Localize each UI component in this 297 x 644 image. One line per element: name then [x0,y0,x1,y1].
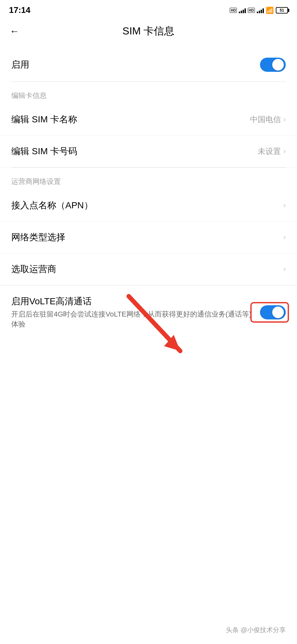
sim-number-value: 未设置 [258,146,281,156]
volte-row[interactable]: 启用VoLTE高清通话 开启后在驻留4G时会尝试连接VoLTE网络，从而获得更好… [0,285,297,339]
carrier-row[interactable]: 选取运营商 › [0,253,297,285]
carrier-chevron: › [283,265,286,273]
network-type-row[interactable]: 网络类型选择 › [0,222,297,253]
enable-label: 启用 [11,59,29,71]
edit-section-label: 编辑卡信息 [0,82,297,104]
signal-bars-1 [239,7,246,13]
status-icons: HD HD 📶 51 [230,6,288,14]
sim-name-row[interactable]: 编辑 SIM 卡名称 中国电信 › [0,104,297,136]
hd-badge-2: HD [248,8,255,13]
sim-number-row[interactable]: 编辑 SIM 卡号码 未设置 › [0,136,297,167]
battery-indicator: 51 [276,7,288,14]
volte-title: 启用VoLTE高清通话 [11,295,254,308]
footer-watermark: 头条 @小俊技术分享 [226,626,286,634]
signal-bars-2 [257,7,264,13]
sim-number-title: 编辑 SIM 卡号码 [11,145,251,157]
volte-subtitle: 开启后在驻留4G时会尝试连接VoLTE网络，从而获得更好的通信业务(通话等)体验 [11,309,254,329]
sim-number-chevron: › [283,147,286,156]
hd-badge-1: HD [230,8,237,13]
volte-toggle-wrapper [254,305,286,319]
status-bar: 17:14 HD HD 📶 51 [0,0,297,18]
network-section-label: 运营商网络设置 [0,168,297,190]
enable-row[interactable]: 启用 [0,48,297,81]
sim-name-title: 编辑 SIM 卡名称 [11,113,244,126]
main-content: 启用 编辑卡信息 编辑 SIM 卡名称 中国电信 › 编辑 SIM 卡号码 未设… [0,48,297,339]
back-button[interactable]: ← [10,26,19,37]
wifi-icon: 📶 [266,6,274,14]
nav-header: ← SIM 卡信息 [0,18,297,45]
volte-toggle[interactable] [260,305,286,319]
network-type-title: 网络类型选择 [11,231,277,243]
apn-row[interactable]: 接入点名称（APN） › [0,190,297,222]
enable-toggle[interactable] [260,58,286,72]
network-type-chevron: › [283,233,286,242]
volte-toggle-thumb [272,307,284,318]
sim-name-value: 中国电信 [250,114,281,125]
apn-title: 接入点名称（APN） [11,199,277,212]
page-title: SIM 卡信息 [26,24,271,38]
apn-chevron: › [283,201,286,210]
toggle-thumb [272,59,284,71]
sim-name-chevron: › [283,115,286,124]
status-time: 17:14 [9,5,31,15]
carrier-title: 选取运营商 [11,263,277,275]
